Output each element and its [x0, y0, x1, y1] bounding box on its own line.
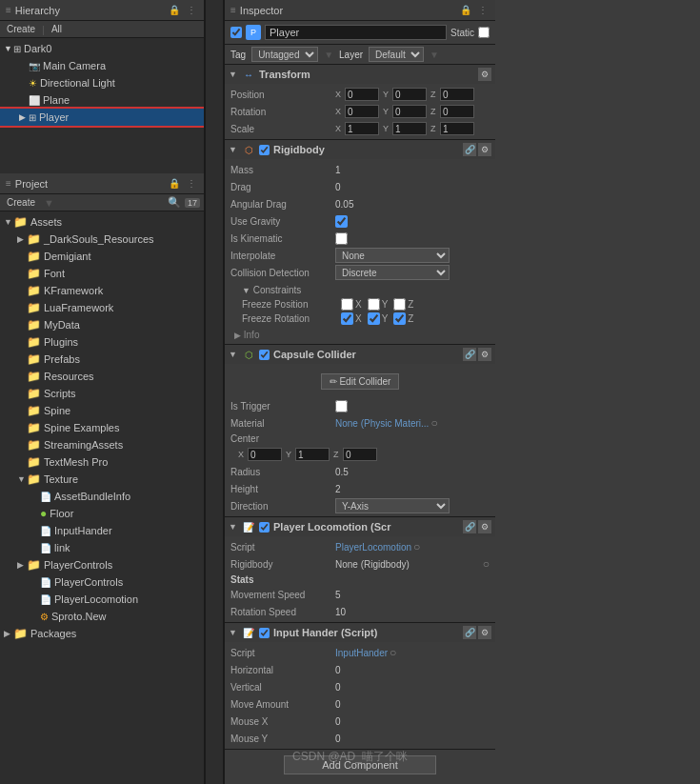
input-hander-header[interactable]: ▼ 📝 Input Hander (Script) 🔗 ⚙: [225, 623, 495, 642]
inspector-lock-icon[interactable]: 🔒: [458, 5, 473, 15]
direction-dropdown[interactable]: Y-Axis: [335, 498, 450, 513]
folder-playercontrols[interactable]: ▶ 📁 PlayerControls: [0, 556, 204, 573]
hierarchy-create-btn[interactable]: Create: [4, 23, 38, 35]
freeze-pos-z-checkbox[interactable]: [393, 298, 406, 311]
project-create-btn[interactable]: Create: [4, 196, 38, 209]
pl-rigidbody-circle-icon[interactable]: ○: [483, 557, 490, 571]
tag-dropdown[interactable]: Untagged: [251, 47, 318, 62]
ctr-y-input[interactable]: [295, 448, 330, 461]
project-more-icon[interactable]: ⋮: [185, 178, 198, 189]
folder-plugins[interactable]: 📁 Plugins: [0, 333, 204, 351]
pl-script-value[interactable]: PlayerLocomotion: [335, 542, 411, 553]
folder-prefabs[interactable]: 📁 Prefabs: [0, 351, 204, 368]
pos-z-input[interactable]: [440, 88, 474, 101]
file-inputhander[interactable]: 📄 InputHander: [0, 522, 204, 539]
tree-item-directionallight[interactable]: ☀ Directional Light: [0, 74, 204, 91]
folder-packages[interactable]: ▶ 📁 Packages: [0, 625, 204, 642]
ih-script-circle-icon[interactable]: ○: [390, 646, 396, 659]
script-icon-playercontrols: 📄: [40, 577, 51, 588]
inspector-more-icon[interactable]: ⋮: [476, 5, 490, 15]
folder-kframework[interactable]: 📁 KFramework: [0, 282, 204, 299]
rotation-speed-row: Rotation Speed 10: [230, 603, 490, 620]
tree-item-maincamera[interactable]: 📷 Main Camera: [0, 57, 204, 74]
collision-detection-dropdown[interactable]: Discrete: [335, 265, 450, 280]
tree-item-plane[interactable]: ⬜ Plane: [0, 91, 204, 109]
ctr-x-input[interactable]: [248, 448, 282, 461]
capsule-link-btn[interactable]: 🔗: [463, 348, 476, 361]
freeze-rot-z-checkbox[interactable]: [393, 312, 406, 325]
pl-settings-btn[interactable]: ⚙: [478, 520, 491, 533]
ih-active[interactable]: [259, 628, 270, 638]
scl-z-input[interactable]: [440, 122, 474, 135]
tree-item-dark0[interactable]: ▼ ⊞ Dark0: [0, 40, 204, 57]
material-value[interactable]: None (Physic Materi...: [335, 418, 429, 429]
capsule-settings-btn[interactable]: ⚙: [478, 348, 491, 361]
rot-y-label: Y: [383, 107, 390, 116]
is-kinematic-checkbox[interactable]: [335, 232, 348, 245]
file-assetbundleinfo[interactable]: 📄 AssetBundleInfo: [0, 488, 204, 505]
capsule-collider-header[interactable]: ▼ ⬡ Capsule Collider 🔗 ⚙: [225, 345, 495, 364]
edit-collider-btn[interactable]: ✏ Edit Collider: [321, 373, 400, 390]
material-circle-icon[interactable]: ○: [430, 416, 437, 430]
use-gravity-checkbox[interactable]: [335, 215, 348, 228]
folder-darksouls[interactable]: ▶ 📁 _DarkSouls_Resources: [0, 231, 204, 248]
folder-assets[interactable]: ▼ 📁 Assets: [0, 213, 204, 231]
folder-mydata[interactable]: 📁 MyData: [0, 316, 204, 333]
folder-demigiant[interactable]: 📁 Demigiant: [0, 248, 204, 265]
scl-x-input[interactable]: [345, 122, 379, 135]
file-floor[interactable]: ● Floor: [0, 505, 204, 522]
player-locomotion-header[interactable]: ▼ 📝 Player Locomotion (Scr 🔗 ⚙: [225, 517, 495, 536]
hierarchy-lock-icon[interactable]: 🔒: [167, 5, 182, 15]
freeze-pos-x-checkbox[interactable]: [341, 298, 353, 311]
folder-spineexamples[interactable]: 📁 Spine Examples: [0, 419, 204, 436]
file-playercontrols[interactable]: 📄 PlayerControls: [0, 573, 204, 591]
file-sprotonew[interactable]: ⚙ Sproto.New: [0, 608, 204, 625]
obj-active-checkbox[interactable]: [230, 27, 242, 38]
transform-settings-btn[interactable]: ⚙: [478, 68, 491, 81]
file-playerlocomotion[interactable]: 📄 PlayerLocomotion: [0, 591, 204, 608]
interpolate-dropdown[interactable]: None: [335, 248, 450, 263]
center-label: Center: [230, 432, 490, 446]
capsule-active[interactable]: [259, 350, 270, 360]
layer-dropdown[interactable]: Default: [369, 47, 424, 62]
obj-name-input[interactable]: [265, 25, 447, 40]
folder-font[interactable]: 📁 Font: [0, 265, 204, 282]
rigidbody-link-btn[interactable]: 🔗: [463, 143, 476, 156]
add-component-btn[interactable]: Add Component: [284, 755, 436, 774]
file-link[interactable]: 📄 link: [0, 539, 204, 556]
folder-luaframework[interactable]: 📁 LuaFramework: [0, 299, 204, 316]
tree-item-player[interactable]: ▶ ⊞ Player: [0, 109, 204, 126]
hierarchy-all-btn[interactable]: All: [49, 23, 65, 35]
ih-link-btn[interactable]: 🔗: [463, 626, 476, 639]
folder-textmeshpro[interactable]: 📁 TextMesh Pro: [0, 453, 204, 471]
ctr-z-input[interactable]: [343, 448, 377, 461]
folder-texture[interactable]: ▼ 📁 Texture: [0, 471, 204, 488]
is-trigger-checkbox[interactable]: [335, 400, 348, 412]
pl-script-circle-icon[interactable]: ○: [413, 540, 420, 553]
freeze-rot-y-checkbox[interactable]: [368, 312, 380, 325]
pos-y-input[interactable]: [392, 88, 427, 101]
rigidbody-active[interactable]: [259, 145, 270, 155]
static-checkbox[interactable]: [478, 27, 490, 38]
ih-settings-btn[interactable]: ⚙: [478, 626, 491, 639]
rot-y-input[interactable]: [392, 105, 427, 118]
pl-link-btn[interactable]: 🔗: [463, 520, 476, 533]
hierarchy-more-icon[interactable]: ⋮: [185, 5, 198, 15]
pl-active[interactable]: [259, 522, 270, 533]
ih-script-value[interactable]: InputHander: [335, 648, 388, 658]
transform-header[interactable]: ▼ ↔ Transform ⚙: [225, 65, 495, 84]
freeze-rot-x-checkbox[interactable]: [341, 312, 353, 325]
folder-resources[interactable]: 📁 Resources: [0, 368, 204, 385]
project-lock-icon[interactable]: 🔒: [167, 178, 182, 189]
rigidbody-settings-btn[interactable]: ⚙: [478, 143, 491, 156]
folder-spine[interactable]: 📁 Spine: [0, 402, 204, 419]
scl-y-input[interactable]: [392, 122, 427, 135]
pos-x-input[interactable]: [345, 88, 379, 101]
folder-scripts[interactable]: 📁 Scripts: [0, 385, 204, 402]
info-row[interactable]: ▶ Info: [230, 328, 490, 342]
rot-z-input[interactable]: [440, 105, 474, 118]
rot-x-input[interactable]: [345, 105, 379, 118]
freeze-pos-y-checkbox[interactable]: [368, 298, 380, 311]
rigidbody-header[interactable]: ▼ ⬡ Rigidbody 🔗 ⚙: [225, 140, 495, 159]
folder-streamingassets[interactable]: 📁 StreamingAssets: [0, 436, 204, 453]
